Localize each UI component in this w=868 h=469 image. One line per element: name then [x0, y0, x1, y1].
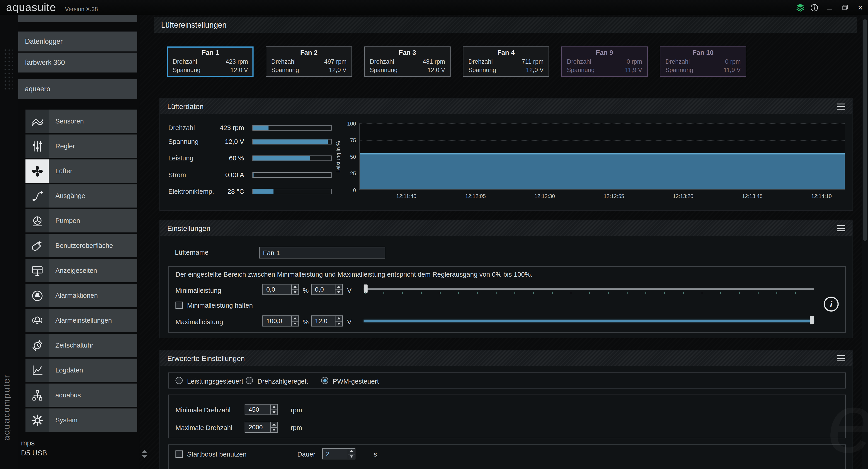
restore-button[interactable] [837, 0, 852, 15]
fan-card-9[interactable]: Fan 9 Drehzahl0 rpm Spannung11,9 V [561, 46, 648, 77]
fan-card-2[interactable]: Fan 2 Drehzahl497 rpm Spannung12,0 V [266, 46, 352, 77]
fan-card-10[interactable]: Fan 10 Drehzahl0 rpm Spannung11,9 V [660, 46, 746, 77]
scroll-down-icon[interactable] [142, 455, 147, 458]
panel-menu-icon[interactable] [837, 103, 845, 110]
sidebar-item-ausgaenge[interactable]: Ausgänge [25, 184, 137, 208]
spin-up-button[interactable] [271, 422, 277, 427]
sidebar-item-datenlogger[interactable]: Datenlogger [18, 31, 137, 52]
sidebar-item-zeitschaltuhr[interactable]: Zeitschaltuhr [25, 334, 137, 357]
layers-status-icon[interactable] [793, 0, 807, 15]
spinner-value[interactable]: 2 [323, 449, 348, 459]
max-power-volt-spinner[interactable]: 12,0 [311, 315, 343, 326]
spin-down-button[interactable] [335, 321, 342, 326]
sidebar-item-alarmeinstellungen[interactable]: Alarmeinstellungen [25, 309, 137, 332]
sidebar-item-label: Zeitschaltuhr [49, 334, 137, 357]
slider-handle[interactable] [810, 316, 814, 324]
hold-min-checkbox[interactable] [176, 302, 183, 309]
spinner-value[interactable]: 100,0 [263, 316, 291, 326]
min-power-percent-spinner[interactable]: 0,0 [262, 284, 299, 295]
chart-area-fill [360, 153, 845, 189]
watermark: e [828, 382, 868, 465]
sidebar-item-farbwerk-360[interactable]: farbwerk 360 [18, 53, 137, 72]
spin-up-button[interactable] [292, 284, 298, 289]
range-note: Der eingestellte Bereich zwischen Minima… [176, 271, 532, 278]
arrow-up-icon [293, 317, 297, 319]
x-tick: 12:12:05 [465, 193, 486, 199]
sidebar-item-pumpen[interactable]: Pumpen [25, 209, 137, 232]
sidebar-item-daten-schnellansicht[interactable]: Daten-Schnellansicht [18, 15, 137, 22]
radio-pwm-gesteuert[interactable] [321, 377, 329, 384]
sidebar-item-aquaero[interactable]: aquaero [18, 79, 137, 99]
spinner-value[interactable]: 12,0 [312, 316, 335, 326]
min-rpm-label: Minimale Drehzahl [176, 406, 230, 414]
min-rpm-spinner[interactable]: 450 [245, 404, 278, 415]
slider-track[interactable] [364, 320, 814, 322]
sidebar-item-alarmaktionen[interactable]: Alarmaktionen [25, 284, 137, 307]
x-tick: 12:13:20 [673, 193, 693, 199]
fan-card-title: Fan 3 [370, 49, 445, 56]
sidebar-item-regler[interactable]: Regler [25, 134, 137, 158]
spin-down-button[interactable] [335, 289, 342, 294]
panel-title: Lüfterdaten [167, 102, 204, 111]
sidebar-item-system[interactable]: System [25, 408, 137, 432]
spin-down-button[interactable] [271, 427, 277, 432]
arrow-down-icon [272, 429, 276, 431]
sidebar-group-mps[interactable]: mps D5 USB [18, 438, 137, 458]
minimize-button[interactable] [822, 0, 837, 15]
voltage-label: Spannung [370, 66, 398, 74]
panel-header: Einstellungen [160, 220, 852, 236]
spin-up-button[interactable] [348, 449, 355, 454]
gear-icon [25, 408, 49, 432]
startboost-checkbox[interactable] [176, 450, 183, 458]
scroll-up-icon[interactable] [142, 450, 147, 454]
sidebar-item-label: Sensoren [49, 110, 137, 133]
duration-spinner[interactable]: 2 [322, 448, 355, 460]
spin-up-button[interactable] [335, 284, 342, 289]
voltage-value: 12,0 V [526, 66, 544, 74]
sidebar-item-luefter[interactable]: Lüfter [25, 159, 137, 183]
scrollbar-thumb[interactable] [863, 19, 867, 241]
sidebar-item-anzeigeseiten[interactable]: Anzeigeseiten [25, 259, 137, 282]
spinner-value[interactable]: 2000 [245, 422, 270, 432]
spin-down-button[interactable] [292, 321, 298, 326]
max-power-percent-spinner[interactable]: 100,0 [262, 315, 299, 326]
close-button[interactable]: × [852, 0, 868, 15]
sidebar-item-benutzeroberflaeche[interactable]: Benutzeroberfläche [25, 234, 137, 257]
info-icon[interactable] [807, 0, 822, 15]
sidebar-item-logdaten[interactable]: Logdaten [25, 359, 137, 382]
spin-up-button[interactable] [271, 405, 277, 409]
info-button[interactable]: i [824, 296, 839, 312]
spinner-value[interactable]: 0,0 [312, 284, 335, 294]
spinner-buttons [335, 284, 342, 294]
radio-leistungsgesteuert[interactable] [176, 377, 183, 384]
spin-up-button[interactable] [292, 316, 298, 321]
radio-drehzahlgeregelt[interactable] [246, 377, 253, 384]
max-power-slider[interactable] [364, 315, 814, 326]
min-power-slider[interactable] [364, 284, 814, 295]
panel-menu-icon[interactable] [837, 355, 845, 362]
sidebar-item-sensoren[interactable]: Sensoren [25, 110, 137, 133]
fan-card-1[interactable]: Fan 1 Drehzahl423 rpm Spannung12,0 V [167, 46, 254, 77]
spin-down-button[interactable] [271, 409, 277, 414]
sidebar-item-label: Alarmeinstellungen [49, 309, 137, 332]
spin-up-button[interactable] [335, 316, 342, 321]
sidebar-item-aquabus[interactable]: aquabus [25, 383, 137, 407]
spin-down-button[interactable] [348, 454, 355, 459]
panel-menu-icon[interactable] [837, 225, 845, 231]
spinner-value[interactable]: 450 [245, 405, 270, 415]
fan-card-4[interactable]: Fan 4 Drehzahl711 rpm Spannung12,0 V [463, 46, 549, 77]
y-tick: 50 [350, 154, 356, 160]
slider-track[interactable] [364, 288, 814, 290]
spin-down-button[interactable] [292, 289, 298, 294]
panel-header: Lüfterdaten [160, 99, 852, 114]
sidebar-scrollbar[interactable] [142, 448, 148, 460]
arrow-down-icon [337, 291, 341, 293]
titlebar-tray: × [793, 0, 868, 15]
fan-name-input[interactable] [259, 247, 385, 258]
spinner-buttons [348, 449, 355, 459]
max-rpm-spinner[interactable]: 2000 [245, 421, 278, 433]
fan-card-3[interactable]: Fan 3 Drehzahl481 rpm Spannung12,0 V [364, 46, 451, 77]
spinner-value[interactable]: 0,0 [263, 284, 291, 294]
min-power-volt-spinner[interactable]: 0,0 [311, 284, 343, 295]
titlebar: aquasuite Version X.38 × [0, 0, 868, 15]
